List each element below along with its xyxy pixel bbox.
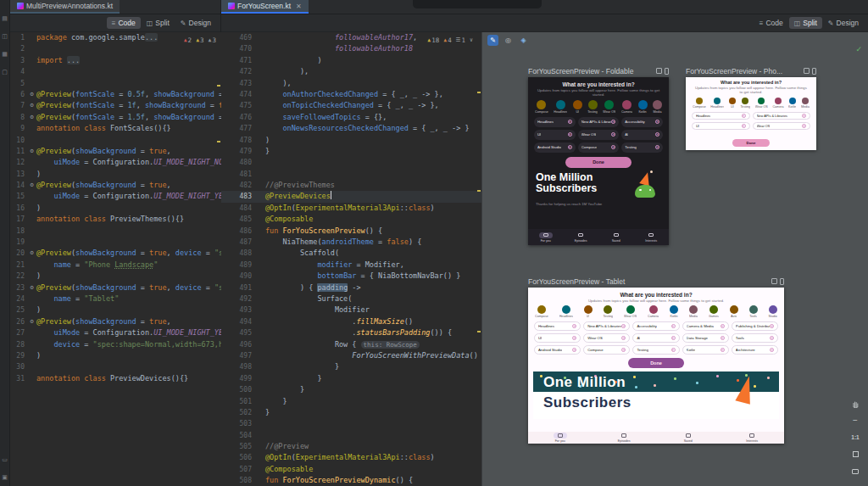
topic-chip[interactable]: Testing+ <box>632 345 679 355</box>
commit-tool-icon[interactable]: ◫ <box>2 33 8 40</box>
preview-gutter-icon[interactable]: ⚙ <box>27 180 36 191</box>
follow-topic-icon[interactable]: + <box>611 132 615 137</box>
code-line[interactable]: 491 ) { padding -> <box>221 282 481 293</box>
line-number[interactable]: 5 <box>10 78 27 89</box>
line-number[interactable]: 500 <box>221 384 257 395</box>
inspection-indicator[interactable]: ∨ <box>470 35 473 46</box>
follow-topic-icon[interactable]: + <box>671 324 676 328</box>
run-on-device-icon[interactable] <box>780 278 784 285</box>
follow-topic-icon[interactable]: + <box>568 132 572 137</box>
line-number[interactable]: 12 <box>10 157 27 168</box>
line-number[interactable]: 493 <box>221 304 257 316</box>
error-stripe-mark[interactable] <box>477 190 481 192</box>
inspections-widget[interactable]: ▲18▲4☰1∨ <box>427 35 473 46</box>
line-number[interactable]: 473 <box>221 78 257 89</box>
preview-gutter-icon[interactable]: ⚙ <box>27 248 36 259</box>
nav-item-saved[interactable]: Saved <box>598 232 634 243</box>
line-number[interactable]: 475 <box>221 100 257 111</box>
line-number[interactable]: 497 <box>221 350 257 361</box>
follow-topic-icon[interactable]: + <box>611 145 615 149</box>
code-line[interactable]: 503 <box>221 418 481 429</box>
view-mode-split[interactable]: ◫Split <box>142 17 175 29</box>
follow-topic-icon[interactable]: + <box>621 348 626 352</box>
topic-chip[interactable]: UI+ <box>692 122 750 130</box>
done-button[interactable]: Done <box>565 157 632 168</box>
line-number[interactable]: 16 <box>10 203 27 214</box>
topic-chip[interactable]: UI+ <box>534 130 576 140</box>
topic-chip[interactable]: Wear OS+ <box>578 130 620 140</box>
line-number[interactable]: 30 <box>10 361 27 372</box>
line-number[interactable]: 7 <box>10 100 27 111</box>
code-line[interactable]: 23⚙@Preview(showBackground = true, devic… <box>10 282 221 293</box>
topic-chip[interactable]: Headlines+ <box>692 112 750 120</box>
author-avatar[interactable]: Kotlin <box>638 100 648 114</box>
line-number[interactable]: 22 <box>10 271 27 282</box>
follow-topic-icon[interactable]: + <box>721 348 725 352</box>
line-number[interactable]: 25 <box>10 304 27 316</box>
code-line[interactable]: 477 onNewsResourcesCheckedChanged = { _,… <box>221 123 481 134</box>
code-line[interactable]: 490 bottomBar = { NiaBottomNavBar() } <box>221 271 481 282</box>
author-avatar[interactable]: Kotlin <box>670 305 678 318</box>
code-line[interactable]: 15 uiMode = Configuration.UI_MODE_NIGHT_… <box>10 191 221 202</box>
code-line[interactable]: 498 } <box>221 361 481 372</box>
line-number[interactable]: 480 <box>221 157 257 168</box>
line-number[interactable]: 508 <box>221 475 257 486</box>
nav-item-episodes[interactable]: Episodes <box>564 232 599 243</box>
code-line[interactable]: 497 ForYouScreenWithPreviewData() <box>221 350 481 361</box>
inspections-widget[interactable]: ▲2▲3▲3 <box>184 35 216 46</box>
follow-topic-icon[interactable]: + <box>721 336 725 340</box>
line-number[interactable]: 470 <box>221 43 257 54</box>
line-number[interactable]: 11 <box>10 146 27 157</box>
line-number[interactable]: 482 <box>221 180 257 191</box>
line-number[interactable]: 24 <box>10 293 27 304</box>
code-line[interactable]: 22) <box>10 271 221 282</box>
code-line[interactable]: 3import ... <box>10 55 221 66</box>
code-line[interactable]: 479} <box>221 146 481 157</box>
line-number[interactable]: 15 <box>10 191 27 202</box>
follow-topic-icon[interactable]: + <box>611 120 615 124</box>
author-avatar[interactable]: Headlines <box>559 305 573 318</box>
preview-card-tablet[interactable]: ForYouScreenPreview - Tablet What are yo… <box>528 277 784 444</box>
code-line[interactable]: 29) <box>10 350 221 361</box>
line-number[interactable]: 478 <box>221 135 257 146</box>
topic-chip[interactable]: AI+ <box>621 130 663 140</box>
code-line[interactable]: 502} <box>221 407 481 418</box>
view-mode-design[interactable]: ✎Design <box>175 17 216 29</box>
code-line[interactable]: 471 ) <box>221 55 481 66</box>
code-line[interactable]: 26⚙@Preview(showBackground = true, <box>10 316 221 327</box>
inspection-indicator[interactable]: ▲18 <box>427 35 439 46</box>
animation-preview-icon[interactable] <box>771 278 777 284</box>
line-number[interactable]: 4 <box>10 66 27 77</box>
line-number[interactable]: 489 <box>221 260 257 271</box>
inspection-indicator[interactable]: ▲3 <box>196 35 203 46</box>
follow-topic-icon[interactable]: + <box>802 124 806 128</box>
code-line[interactable]: 28 device = "spec:shape=Normal,width=673… <box>10 339 221 350</box>
code-line[interactable]: 475 onTopicCheckedChanged = { _, _ -> }, <box>221 100 481 111</box>
follow-topic-icon[interactable]: + <box>742 124 746 128</box>
follow-topic-icon[interactable]: + <box>671 336 676 340</box>
line-number[interactable]: 471 <box>221 55 257 66</box>
code-line[interactable]: 496 Row { this: RowScope <box>221 339 481 350</box>
line-number[interactable]: 499 <box>221 373 257 384</box>
line-number[interactable]: 483 <box>221 191 257 202</box>
line-number[interactable]: 472 <box>221 66 257 77</box>
done-button[interactable]: Done <box>732 139 770 147</box>
error-stripe-mark[interactable] <box>477 331 481 332</box>
error-stripe-mark[interactable] <box>217 141 220 142</box>
code-line[interactable]: 483@PreviewDevices <box>221 191 481 202</box>
done-button[interactable]: Done <box>628 358 684 368</box>
author-avatar[interactable]: UI <box>729 98 736 109</box>
line-number[interactable]: 507 <box>221 464 257 475</box>
animation-preview-icon[interactable] <box>656 68 662 74</box>
line-number[interactable]: 506 <box>221 452 257 463</box>
topic-chip[interactable]: Headlines+ <box>534 321 581 331</box>
code-line[interactable]: 501 } <box>221 396 481 407</box>
topic-chip[interactable]: Wear OS+ <box>753 122 811 130</box>
author-avatar[interactable]: UI <box>573 100 582 114</box>
code-line[interactable]: 5 <box>10 78 221 89</box>
follow-topic-icon[interactable]: + <box>802 114 806 118</box>
zoom-actual-icon[interactable]: 1:1 <box>850 433 860 442</box>
code-line[interactable]: 25) <box>10 304 221 316</box>
code-line[interactable]: 485@Composable <box>221 214 481 225</box>
author-avatar[interactable]: Camera <box>648 305 659 318</box>
